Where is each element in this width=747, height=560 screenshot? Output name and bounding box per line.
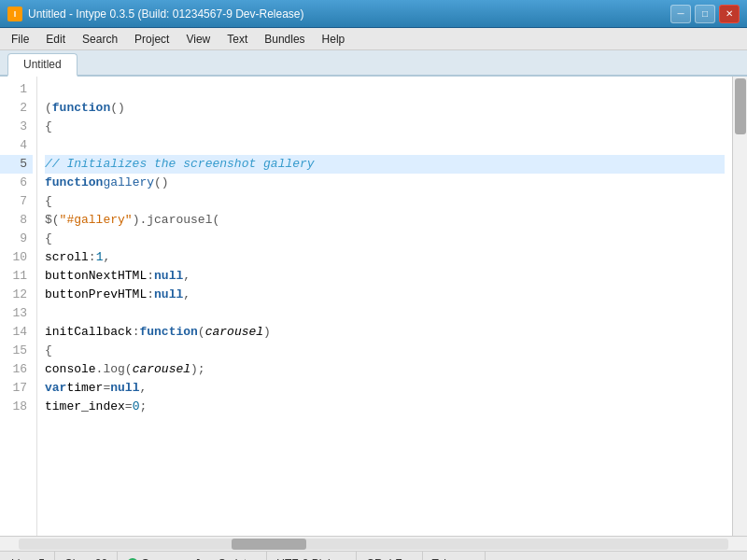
- title-bar-left: I Untitled - Intype 0.3.5 (Build: 012345…: [7, 7, 304, 21]
- menu-file[interactable]: File: [4, 31, 36, 48]
- window-title: Untitled - Intype 0.3.5 (Build: 01234567…: [28, 7, 304, 21]
- code-line-18: timer_index = 0;: [45, 398, 725, 416]
- code-editor[interactable]: (function() { // Initializes the screens…: [37, 77, 732, 536]
- line-num-13: 13: [0, 304, 33, 323]
- menu-help[interactable]: Help: [315, 31, 353, 48]
- status-line-ending[interactable]: CR+LF ▼: [357, 552, 422, 560]
- menu-search[interactable]: Search: [75, 31, 125, 48]
- menu-bundles[interactable]: Bundles: [257, 31, 312, 48]
- code-line-6: function gallery(): [45, 174, 725, 192]
- minimize-button[interactable]: ─: [670, 5, 691, 23]
- line-num-2: 2: [0, 99, 33, 118]
- line-num-7: 7: [0, 192, 33, 211]
- line-num-5: 5: [0, 155, 33, 174]
- code-line-15: {: [45, 342, 725, 360]
- menu-edit[interactable]: Edit: [38, 31, 73, 48]
- status-grammar[interactable]: Grammar: JavaScript ▼: [118, 552, 267, 560]
- code-line-13: [45, 304, 725, 323]
- line-num-8: 8: [0, 211, 33, 230]
- window-controls: ─ □ ✕: [670, 5, 740, 23]
- code-line-4: [45, 136, 725, 155]
- tab-bar: Untitled: [0, 50, 747, 77]
- status-bar: Line: 5 Char: 20 Grammar: JavaScript ▼ U…: [0, 551, 747, 560]
- menu-text[interactable]: Text: [219, 31, 255, 48]
- menu-project[interactable]: Project: [127, 31, 176, 48]
- line-num-16: 16: [0, 360, 33, 379]
- line-num-15: 15: [0, 342, 33, 360]
- line-num-11: 11: [0, 267, 33, 286]
- hscroll-track: [19, 539, 728, 550]
- hscroll-thumb[interactable]: [232, 539, 306, 550]
- menu-bar: File Edit Search Project View Text Bundl…: [0, 28, 747, 50]
- horizontal-scrollbar[interactable]: [0, 536, 747, 551]
- code-line-12: buttonPrevHTML: null,: [45, 286, 725, 304]
- code-line-3: {: [45, 118, 725, 136]
- menu-view[interactable]: View: [178, 31, 218, 48]
- code-line-14: initCallback: function( carousel ): [45, 323, 725, 342]
- status-char: Char: 20: [55, 552, 118, 560]
- code-line-2: (function(): [45, 99, 725, 118]
- app-icon: I: [7, 7, 22, 21]
- line-num-14: 14: [0, 323, 33, 342]
- editor-wrapper: 1 2 3 4 5 6 7 8 9 10 11 12 13 14 15 16 1…: [0, 77, 747, 536]
- status-encoding[interactable]: UTF-8 Plain ▼: [267, 552, 357, 560]
- line-num-3: 3: [0, 118, 33, 136]
- line-num-10: 10: [0, 248, 33, 267]
- line-num-18: 18: [0, 398, 33, 416]
- code-line-10: scroll: 1,: [45, 248, 725, 267]
- maximize-button[interactable]: □: [695, 5, 715, 23]
- line-num-6: 6: [0, 174, 33, 192]
- status-tabs[interactable]: Tabs... ▼: [423, 552, 486, 560]
- status-line: Line: 5: [7, 552, 55, 560]
- title-bar: I Untitled - Intype 0.3.5 (Build: 012345…: [0, 0, 747, 28]
- code-line-16: console.log( carousel );: [45, 360, 725, 379]
- code-line-11: buttonNextHTML: null,: [45, 267, 725, 286]
- vertical-scrollbar[interactable]: [732, 77, 747, 536]
- line-numbers: 1 2 3 4 5 6 7 8 9 10 11 12 13 14 15 16 1…: [0, 77, 37, 536]
- code-line-7: {: [45, 192, 725, 211]
- tab-untitled[interactable]: Untitled: [7, 53, 78, 77]
- line-num-4: 4: [0, 136, 33, 155]
- code-line-17: var timer = null,: [45, 379, 725, 398]
- code-line-8: $("#gallery").jcarousel(: [45, 211, 725, 230]
- code-line-9: {: [45, 230, 725, 248]
- code-line-5: // Initializes the screenshot gallery: [45, 155, 725, 174]
- line-num-12: 12: [0, 286, 33, 304]
- code-line-1: [45, 80, 725, 99]
- line-num-1: 1: [0, 80, 33, 99]
- line-num-9: 9: [0, 230, 33, 248]
- scrollbar-thumb[interactable]: [735, 78, 746, 134]
- line-num-17: 17: [0, 379, 33, 398]
- close-button[interactable]: ✕: [719, 5, 740, 23]
